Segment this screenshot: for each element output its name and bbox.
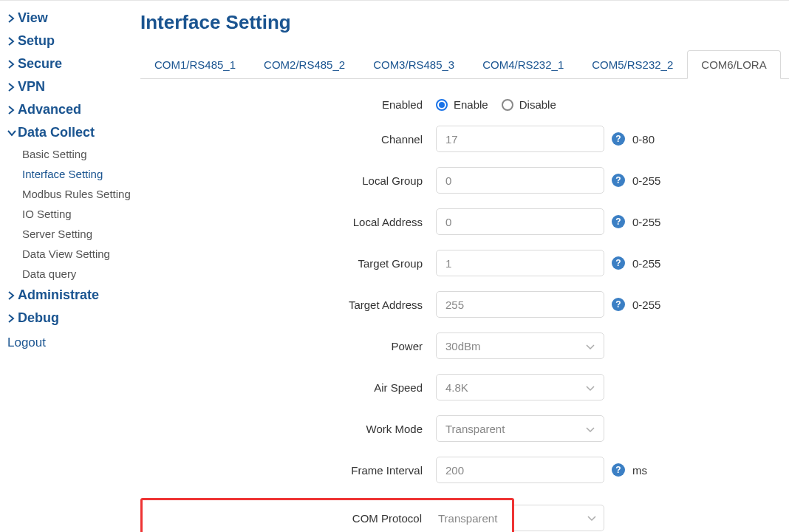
nav-label: Advanced (18, 102, 81, 117)
sidebar: View Setup Secure VPN Advanced Data Coll… (0, 1, 140, 532)
tab-com5[interactable]: COM5/RS232_2 (578, 50, 687, 79)
nav-label: Administrate (18, 287, 99, 303)
row-air-speed: Air Speed 4.8K (140, 374, 789, 400)
label-target-address: Target Address (140, 299, 436, 311)
hint-local-address: 0-255 (632, 216, 660, 228)
sub-interface-setting[interactable]: Interface Setting (22, 164, 140, 184)
chevron-right-icon (3, 60, 18, 69)
chevron-down-icon (587, 512, 596, 524)
tab-com3[interactable]: COM3/RS485_3 (359, 50, 468, 79)
tab-com4[interactable]: COM4/RS232_1 (468, 50, 578, 79)
label-channel: Channel (140, 133, 436, 146)
chevron-down-icon (586, 340, 595, 352)
help-icon[interactable]: ? (612, 463, 625, 477)
chevron-right-icon (3, 314, 18, 323)
label-power: Power (140, 340, 436, 352)
hint-target-address: 0-255 (632, 299, 660, 311)
label-frame-interval: Frame Interval (140, 464, 436, 477)
row-power: Power 30dBm (140, 332, 789, 359)
hint-channel: 0-80 (632, 133, 655, 146)
tabs: COM1/RS485_1 COM2/RS485_2 COM3/RS485_3 C… (140, 50, 789, 79)
nav-label: Secure (18, 56, 62, 72)
chevron-down-icon (586, 381, 595, 394)
row-target-address: Target Address ? 0-255 (140, 291, 789, 318)
row-channel: Channel ? 0-80 (140, 126, 789, 152)
radio-label: Enable (454, 98, 488, 111)
nav-label: Debug (18, 310, 59, 326)
hint-target-group: 0-255 (632, 257, 660, 270)
row-com-protocol: COM Protocol Transparent (140, 498, 789, 532)
sub-modbus-rules[interactable]: Modbus Rules Setting (22, 184, 140, 204)
radio-icon (436, 99, 448, 111)
chevron-right-icon (3, 291, 18, 300)
target-group-input[interactable] (436, 250, 604, 276)
radio-label: Disable (519, 98, 556, 111)
sub-data-view[interactable]: Data View Setting (22, 244, 140, 264)
nav-administrate[interactable]: Administrate (3, 284, 140, 307)
sub-io-setting[interactable]: IO Setting (22, 204, 140, 224)
page-title: Interface Setting (140, 11, 789, 34)
sub-data-query[interactable]: Data query (22, 264, 140, 284)
nav-label: Data Collect (18, 125, 95, 140)
nav-data-collect[interactable]: Data Collect (3, 121, 140, 144)
local-address-input[interactable] (436, 208, 604, 235)
label-air-speed: Air Speed (140, 381, 436, 394)
com-protocol-highlight: COM Protocol Transparent (140, 498, 514, 532)
select-value: Transparent (445, 423, 505, 435)
hint-local-group: 0-255 (632, 174, 660, 187)
nav-advanced[interactable]: Advanced (3, 98, 140, 121)
power-select[interactable]: 30dBm (436, 332, 604, 359)
nav-label: View (18, 10, 48, 26)
label-local-address: Local Address (140, 216, 436, 228)
com-protocol-select-right[interactable] (514, 505, 604, 531)
label-enabled: Enabled (140, 98, 436, 111)
help-icon[interactable]: ? (612, 215, 625, 228)
row-frame-interval: Frame Interval ? ms (140, 457, 789, 483)
chevron-right-icon (3, 83, 18, 92)
label-target-group: Target Group (140, 257, 436, 270)
chevron-right-icon (3, 106, 18, 115)
frame-interval-input[interactable] (436, 457, 604, 483)
sub-server-setting[interactable]: Server Setting (22, 224, 140, 244)
com-protocol-select[interactable]: Transparent (434, 505, 512, 531)
help-icon[interactable]: ? (612, 256, 625, 270)
help-icon[interactable]: ? (612, 174, 625, 187)
air-speed-select[interactable]: 4.8K (436, 374, 604, 400)
chevron-right-icon (3, 14, 18, 23)
row-target-group: Target Group ? 0-255 (140, 250, 789, 276)
radio-disable[interactable]: Disable (502, 98, 556, 111)
work-mode-select[interactable]: Transparent (436, 415, 604, 442)
nav-label: Setup (18, 33, 55, 49)
select-value: 4.8K (445, 381, 468, 394)
label-com-protocol: COM Protocol (143, 512, 434, 525)
main-content: Interface Setting COM1/RS485_1 COM2/RS48… (140, 1, 789, 532)
tab-com2[interactable]: COM2/RS485_2 (250, 50, 359, 79)
target-address-input[interactable] (436, 291, 604, 318)
nav-label: VPN (18, 79, 45, 95)
radio-enable[interactable]: Enable (436, 98, 488, 111)
channel-input[interactable] (436, 126, 604, 152)
sub-basic-setting[interactable]: Basic Setting (22, 144, 140, 164)
chevron-right-icon (3, 37, 18, 46)
tab-com1[interactable]: COM1/RS485_1 (140, 50, 250, 79)
nav-debug[interactable]: Debug (3, 307, 140, 330)
local-group-input[interactable] (436, 167, 604, 194)
logout-link[interactable]: Logout (3, 330, 140, 356)
row-work-mode: Work Mode Transparent (140, 415, 789, 442)
help-icon[interactable]: ? (612, 298, 625, 311)
help-icon[interactable]: ? (612, 132, 625, 146)
chevron-down-icon (586, 423, 595, 435)
form: Enabled Enable Disable Channel ? (140, 79, 789, 532)
nav-vpn[interactable]: VPN (3, 75, 140, 98)
enabled-radio-group: Enable Disable (436, 98, 556, 111)
radio-icon (502, 99, 513, 111)
nav-secure[interactable]: Secure (3, 52, 140, 75)
row-local-group: Local Group ? 0-255 (140, 167, 789, 194)
label-work-mode: Work Mode (140, 423, 436, 435)
nav-setup[interactable]: Setup (3, 30, 140, 52)
hint-frame-interval: ms (632, 464, 647, 477)
label-local-group: Local Group (140, 174, 436, 187)
row-enabled: Enabled Enable Disable (140, 98, 789, 111)
tab-com6[interactable]: COM6/LORA (687, 50, 780, 79)
nav-view[interactable]: View (3, 7, 140, 30)
